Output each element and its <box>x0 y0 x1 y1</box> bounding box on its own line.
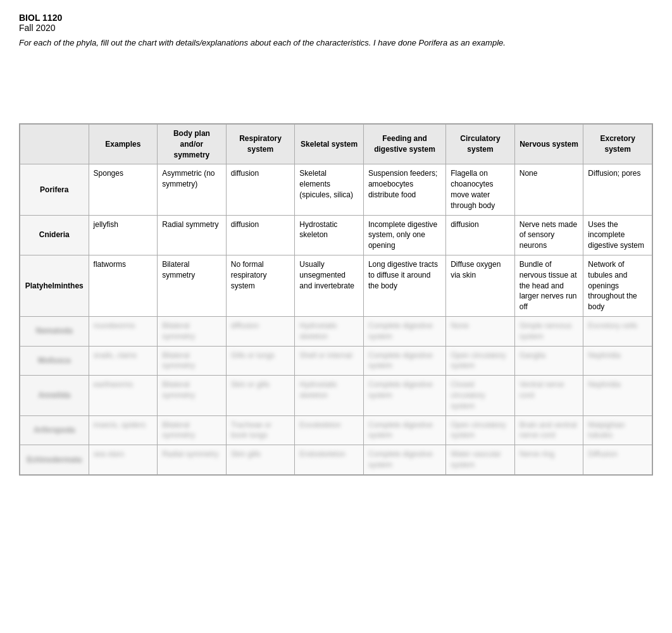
cell-phylum: Nematoda <box>20 316 89 346</box>
cell-excretory: Diffusion; pores <box>583 164 652 215</box>
cell-bodyplan: Bilateral symmetry <box>158 255 227 316</box>
cell-excretory: Malpighian tubules <box>583 415 652 445</box>
cell-skeletal: Endoskeleton <box>295 445 364 475</box>
cell-skeletal: Usually unsegmented and invertebrate <box>295 255 364 316</box>
cell-phylum: Annelida <box>20 376 89 415</box>
cell-nervous: Nerve ring <box>514 445 583 475</box>
header: BIOL 1120 Fall 2020 For each of the phyl… <box>19 13 653 47</box>
cell-feeding: Complete digestive system <box>363 346 445 376</box>
cell-circulatory: Closed circulatory system <box>446 376 515 415</box>
cell-phylum: Arthropoda <box>20 415 89 445</box>
cell-nervous: None <box>514 164 583 215</box>
table-header-row: Examples Body plan and/or symmetry Respi… <box>20 125 652 164</box>
col-header-nervous: Nervous system <box>514 125 583 164</box>
cell-circulatory: Open circulatory system <box>446 346 515 376</box>
cell-feeding: Complete digestive system <box>363 376 445 415</box>
cell-respiratory: Skin or gills <box>226 376 295 415</box>
cell-examples: earthworms <box>89 376 158 415</box>
cell-excretory: Nephridia <box>583 346 652 376</box>
cell-feeding: Incomplete digestive system, only one op… <box>363 215 445 255</box>
cell-circulatory: diffusion <box>446 215 515 255</box>
col-header-respiratory: Respiratory system <box>226 125 295 164</box>
cell-respiratory: Skin gills <box>226 445 295 475</box>
cell-respiratory: No formal respiratory system <box>226 255 295 316</box>
cell-skeletal: Skeletal elements (spicules, silica) <box>295 164 364 215</box>
biology-table: Examples Body plan and/or symmetry Respi… <box>20 124 652 475</box>
col-header-excretory: Excretory system <box>583 125 652 164</box>
course-semester: Fall 2020 <box>19 23 653 33</box>
table-row: AnnelidaearthwormsBilateral symmetrySkin… <box>20 376 652 415</box>
cell-examples: Sponges <box>89 164 158 215</box>
cell-circulatory: Water vascular system <box>446 445 515 475</box>
cell-phylum: Porifera <box>20 164 89 215</box>
instructions: For each of the phyla, fill out the char… <box>19 38 653 47</box>
cell-nervous: Simple nervous system <box>514 316 583 346</box>
table-row: NematodaroundwormsBilateral symmetrydiff… <box>20 316 652 346</box>
cell-examples: roundworms <box>89 316 158 346</box>
cell-respiratory: diffusion <box>226 316 295 346</box>
table-row: PoriferaSpongesAsymmetric (no symmetry)d… <box>20 164 652 215</box>
cell-examples: flatworms <box>89 255 158 316</box>
cell-circulatory: Open circulatory system <box>446 415 515 445</box>
table-row: Arthropodainsects, spidersBilateral symm… <box>20 415 652 445</box>
col-header-examples: Examples <box>89 125 158 164</box>
cell-bodyplan: Radial symmetry <box>158 445 227 475</box>
col-header-circulatory: Circulatory system <box>446 125 515 164</box>
cell-feeding: Suspension feeders; amoebocytes distribu… <box>363 164 445 215</box>
cell-bodyplan: Bilateral symmetry <box>158 376 227 415</box>
cell-circulatory: None <box>446 316 515 346</box>
col-header-bodyplan: Body plan and/or symmetry <box>158 125 227 164</box>
table-row: PlatyhelminthesflatwormsBilateral symmet… <box>20 255 652 316</box>
cell-nervous: Ganglia <box>514 346 583 376</box>
cell-nervous: Ventral nerve cord <box>514 376 583 415</box>
cell-examples: jellyfish <box>89 215 158 255</box>
cell-excretory: Nephridia <box>583 376 652 415</box>
cell-excretory: Network of tubules and openings througho… <box>583 255 652 316</box>
cell-skeletal: Shell or internal <box>295 346 364 376</box>
cell-respiratory: diffusion <box>226 164 295 215</box>
table-row: CnideriajellyfishRadial symmetrydiffusio… <box>20 215 652 255</box>
col-header-skeletal: Skeletal system <box>295 125 364 164</box>
cell-feeding: Complete digestive system <box>363 316 445 346</box>
cell-excretory: Diffusion <box>583 445 652 475</box>
cell-feeding: Long digestive tracts to diffuse it arou… <box>363 255 445 316</box>
col-header-feeding: Feeding and digestive system <box>363 125 445 164</box>
cell-nervous: Brain and ventral nerve cord <box>514 415 583 445</box>
course-title: BIOL 1120 <box>19 13 653 23</box>
cell-circulatory: Diffuse oxygen via skin <box>446 255 515 316</box>
cell-bodyplan: Bilateral symmetry <box>158 316 227 346</box>
cell-examples: sea stars <box>89 445 158 475</box>
cell-excretory: Excretory cells <box>583 316 652 346</box>
cell-respiratory: diffusion <box>226 215 295 255</box>
cell-feeding: Complete digestive system <box>363 445 445 475</box>
cell-bodyplan: Bilateral symmetry <box>158 346 227 376</box>
cell-phylum: Cnideria <box>20 215 89 255</box>
cell-bodyplan: Radial symmetry <box>158 215 227 255</box>
cell-circulatory: Flagella on choanocytes move water throu… <box>446 164 515 215</box>
table-row: Molluscasnails, clamsBilateral symmetryG… <box>20 346 652 376</box>
cell-respiratory: Gills or lungs <box>226 346 295 376</box>
cell-nervous: Nerve nets made of sensory neurons <box>514 215 583 255</box>
cell-skeletal: Exoskeleton <box>295 415 364 445</box>
cell-phylum: Mollusca <box>20 346 89 376</box>
cell-phylum: Echinodermata <box>20 445 89 475</box>
cell-bodyplan: Bilateral symmetry <box>158 415 227 445</box>
cell-skeletal: Hydrostatic skeleton <box>295 215 364 255</box>
cell-bodyplan: Asymmetric (no symmetry) <box>158 164 227 215</box>
cell-skeletal: Hydrostatic skeleton <box>295 316 364 346</box>
table-row: Echinodermatasea starsRadial symmetrySki… <box>20 445 652 475</box>
main-table-wrapper: Examples Body plan and/or symmetry Respi… <box>19 123 653 476</box>
cell-skeletal: Hydrostatic skeleton <box>295 376 364 415</box>
cell-phylum: Platyhelminthes <box>20 255 89 316</box>
cell-nervous: Bundle of nervous tissue at the head and… <box>514 255 583 316</box>
cell-feeding: Complete digestive system <box>363 415 445 445</box>
cell-excretory: Uses the incomplete digestive system <box>583 215 652 255</box>
cell-examples: snails, clams <box>89 346 158 376</box>
cell-examples: insects, spiders <box>89 415 158 445</box>
col-header-phylum <box>20 125 89 164</box>
cell-respiratory: Tracheae or book lungs <box>226 415 295 445</box>
